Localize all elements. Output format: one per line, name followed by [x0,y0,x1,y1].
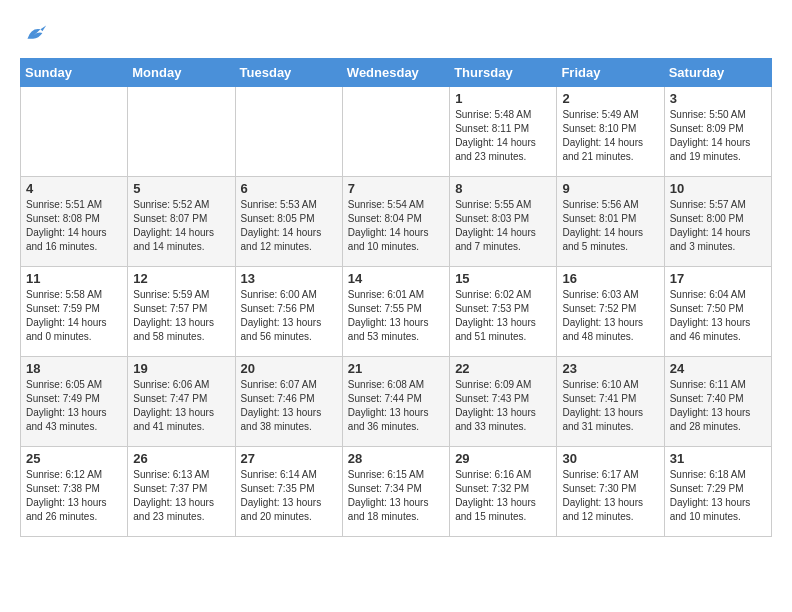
day-number: 26 [133,451,229,466]
day-info: Sunrise: 5:58 AM Sunset: 7:59 PM Dayligh… [26,288,122,344]
day-info: Sunrise: 5:53 AM Sunset: 8:05 PM Dayligh… [241,198,337,254]
calendar-cell: 18Sunrise: 6:05 AM Sunset: 7:49 PM Dayli… [21,357,128,447]
calendar-cell: 22Sunrise: 6:09 AM Sunset: 7:43 PM Dayli… [450,357,557,447]
calendar-cell: 7Sunrise: 5:54 AM Sunset: 8:04 PM Daylig… [342,177,449,267]
calendar-cell: 12Sunrise: 5:59 AM Sunset: 7:57 PM Dayli… [128,267,235,357]
calendar-cell [342,87,449,177]
day-number: 22 [455,361,551,376]
day-info: Sunrise: 5:49 AM Sunset: 8:10 PM Dayligh… [562,108,658,164]
day-info: Sunrise: 6:12 AM Sunset: 7:38 PM Dayligh… [26,468,122,524]
calendar-header-row: SundayMondayTuesdayWednesdayThursdayFrid… [21,59,772,87]
day-number: 29 [455,451,551,466]
day-number: 16 [562,271,658,286]
calendar-cell: 19Sunrise: 6:06 AM Sunset: 7:47 PM Dayli… [128,357,235,447]
day-number: 28 [348,451,444,466]
day-info: Sunrise: 6:14 AM Sunset: 7:35 PM Dayligh… [241,468,337,524]
calendar-cell: 2Sunrise: 5:49 AM Sunset: 8:10 PM Daylig… [557,87,664,177]
calendar-table: SundayMondayTuesdayWednesdayThursdayFrid… [20,58,772,537]
day-number: 18 [26,361,122,376]
day-number: 27 [241,451,337,466]
calendar-cell: 30Sunrise: 6:17 AM Sunset: 7:30 PM Dayli… [557,447,664,537]
calendar-cell: 6Sunrise: 5:53 AM Sunset: 8:05 PM Daylig… [235,177,342,267]
calendar-week-2: 4Sunrise: 5:51 AM Sunset: 8:08 PM Daylig… [21,177,772,267]
day-info: Sunrise: 6:04 AM Sunset: 7:50 PM Dayligh… [670,288,766,344]
calendar-cell: 14Sunrise: 6:01 AM Sunset: 7:55 PM Dayli… [342,267,449,357]
day-number: 17 [670,271,766,286]
day-info: Sunrise: 6:07 AM Sunset: 7:46 PM Dayligh… [241,378,337,434]
page-header [20,20,772,48]
calendar-cell: 27Sunrise: 6:14 AM Sunset: 7:35 PM Dayli… [235,447,342,537]
day-info: Sunrise: 6:02 AM Sunset: 7:53 PM Dayligh… [455,288,551,344]
day-number: 7 [348,181,444,196]
calendar-cell: 31Sunrise: 6:18 AM Sunset: 7:29 PM Dayli… [664,447,771,537]
calendar-cell: 4Sunrise: 5:51 AM Sunset: 8:08 PM Daylig… [21,177,128,267]
day-number: 19 [133,361,229,376]
calendar-cell: 1Sunrise: 5:48 AM Sunset: 8:11 PM Daylig… [450,87,557,177]
day-number: 25 [26,451,122,466]
logo [20,20,52,48]
weekday-header-thursday: Thursday [450,59,557,87]
weekday-header-saturday: Saturday [664,59,771,87]
day-number: 10 [670,181,766,196]
day-number: 20 [241,361,337,376]
day-info: Sunrise: 5:55 AM Sunset: 8:03 PM Dayligh… [455,198,551,254]
calendar-cell: 10Sunrise: 5:57 AM Sunset: 8:00 PM Dayli… [664,177,771,267]
day-number: 13 [241,271,337,286]
calendar-cell: 8Sunrise: 5:55 AM Sunset: 8:03 PM Daylig… [450,177,557,267]
day-number: 24 [670,361,766,376]
calendar-cell: 17Sunrise: 6:04 AM Sunset: 7:50 PM Dayli… [664,267,771,357]
day-info: Sunrise: 6:06 AM Sunset: 7:47 PM Dayligh… [133,378,229,434]
day-number: 30 [562,451,658,466]
logo-icon [20,20,48,48]
day-info: Sunrise: 5:48 AM Sunset: 8:11 PM Dayligh… [455,108,551,164]
day-info: Sunrise: 6:10 AM Sunset: 7:41 PM Dayligh… [562,378,658,434]
day-number: 9 [562,181,658,196]
calendar-cell: 23Sunrise: 6:10 AM Sunset: 7:41 PM Dayli… [557,357,664,447]
day-info: Sunrise: 6:03 AM Sunset: 7:52 PM Dayligh… [562,288,658,344]
calendar-cell: 11Sunrise: 5:58 AM Sunset: 7:59 PM Dayli… [21,267,128,357]
calendar-cell: 16Sunrise: 6:03 AM Sunset: 7:52 PM Dayli… [557,267,664,357]
day-info: Sunrise: 5:51 AM Sunset: 8:08 PM Dayligh… [26,198,122,254]
calendar-cell: 21Sunrise: 6:08 AM Sunset: 7:44 PM Dayli… [342,357,449,447]
day-info: Sunrise: 6:16 AM Sunset: 7:32 PM Dayligh… [455,468,551,524]
day-number: 14 [348,271,444,286]
day-number: 15 [455,271,551,286]
calendar-cell: 29Sunrise: 6:16 AM Sunset: 7:32 PM Dayli… [450,447,557,537]
day-info: Sunrise: 6:13 AM Sunset: 7:37 PM Dayligh… [133,468,229,524]
day-number: 31 [670,451,766,466]
calendar-week-3: 11Sunrise: 5:58 AM Sunset: 7:59 PM Dayli… [21,267,772,357]
day-number: 4 [26,181,122,196]
day-number: 3 [670,91,766,106]
weekday-header-wednesday: Wednesday [342,59,449,87]
calendar-cell [128,87,235,177]
day-info: Sunrise: 5:59 AM Sunset: 7:57 PM Dayligh… [133,288,229,344]
calendar-cell: 5Sunrise: 5:52 AM Sunset: 8:07 PM Daylig… [128,177,235,267]
weekday-header-friday: Friday [557,59,664,87]
day-number: 21 [348,361,444,376]
day-info: Sunrise: 6:08 AM Sunset: 7:44 PM Dayligh… [348,378,444,434]
day-info: Sunrise: 6:15 AM Sunset: 7:34 PM Dayligh… [348,468,444,524]
calendar-cell [21,87,128,177]
day-info: Sunrise: 5:56 AM Sunset: 8:01 PM Dayligh… [562,198,658,254]
calendar-week-4: 18Sunrise: 6:05 AM Sunset: 7:49 PM Dayli… [21,357,772,447]
day-number: 6 [241,181,337,196]
weekday-header-monday: Monday [128,59,235,87]
day-info: Sunrise: 5:54 AM Sunset: 8:04 PM Dayligh… [348,198,444,254]
day-number: 12 [133,271,229,286]
calendar-cell: 28Sunrise: 6:15 AM Sunset: 7:34 PM Dayli… [342,447,449,537]
calendar-cell: 13Sunrise: 6:00 AM Sunset: 7:56 PM Dayli… [235,267,342,357]
day-info: Sunrise: 6:01 AM Sunset: 7:55 PM Dayligh… [348,288,444,344]
calendar-cell: 25Sunrise: 6:12 AM Sunset: 7:38 PM Dayli… [21,447,128,537]
weekday-header-sunday: Sunday [21,59,128,87]
day-info: Sunrise: 5:52 AM Sunset: 8:07 PM Dayligh… [133,198,229,254]
day-number: 2 [562,91,658,106]
calendar-cell: 9Sunrise: 5:56 AM Sunset: 8:01 PM Daylig… [557,177,664,267]
weekday-header-tuesday: Tuesday [235,59,342,87]
day-info: Sunrise: 6:00 AM Sunset: 7:56 PM Dayligh… [241,288,337,344]
day-info: Sunrise: 6:11 AM Sunset: 7:40 PM Dayligh… [670,378,766,434]
calendar-week-5: 25Sunrise: 6:12 AM Sunset: 7:38 PM Dayli… [21,447,772,537]
calendar-cell [235,87,342,177]
day-info: Sunrise: 6:05 AM Sunset: 7:49 PM Dayligh… [26,378,122,434]
day-number: 8 [455,181,551,196]
day-info: Sunrise: 5:57 AM Sunset: 8:00 PM Dayligh… [670,198,766,254]
